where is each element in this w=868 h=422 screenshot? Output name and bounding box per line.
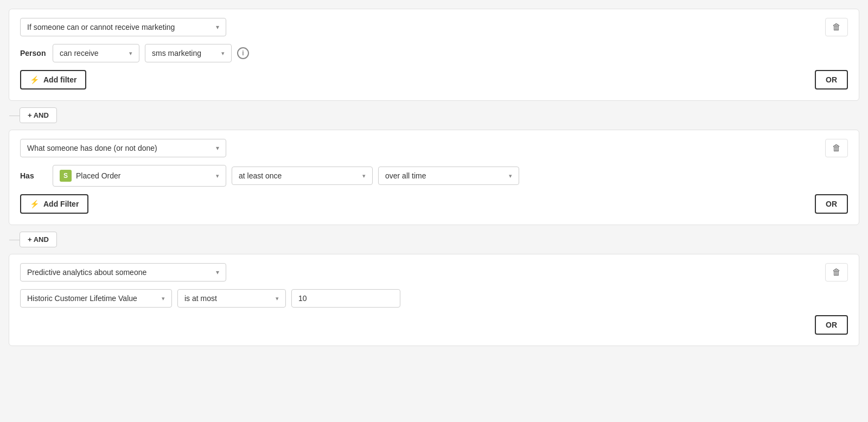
time-select[interactable]: over all time ▾ [378, 167, 519, 185]
or-label-2: OR [826, 200, 837, 208]
and-label-1: + AND [28, 111, 49, 119]
receive-select-chevron: ▾ [129, 50, 132, 57]
info-icon-1[interactable]: i [237, 47, 249, 59]
filter-block-2: What someone has done (or not done) ▾ 🗑 … [9, 130, 859, 225]
condition-select-chevron: ▾ [276, 295, 279, 302]
or-button-2[interactable]: OR [815, 194, 848, 214]
delete-button-2[interactable]: 🗑 [825, 139, 848, 157]
trash-icon-3: 🗑 [832, 267, 841, 277]
filter-type-chevron-2: ▾ [216, 144, 219, 152]
filter-type-chevron-1: ▾ [216, 23, 219, 31]
and-connector-1: + AND [9, 101, 859, 130]
action-select-chevron: ▾ [216, 172, 219, 180]
or-label-1: OR [826, 75, 837, 84]
condition-select-value: is at most [184, 294, 217, 303]
receive-select[interactable]: can receive ▾ [53, 44, 139, 62]
filter-block-1: If someone can or cannot receive marketi… [9, 9, 859, 101]
or-label-3: OR [826, 321, 837, 329]
metric-select[interactable]: Historic Customer Lifetime Value ▾ [20, 289, 172, 308]
filter-type-select-2[interactable]: What someone has done (or not done) ▾ [20, 139, 226, 157]
trash-icon-1: 🗑 [832, 22, 841, 31]
condition-select[interactable]: is at most ▾ [177, 289, 286, 308]
filter-row-3: Historic Customer Lifetime Value ▾ is at… [20, 289, 848, 308]
filter-block-1-header: If someone can or cannot receive marketi… [20, 18, 848, 36]
shopify-icon: S [60, 170, 72, 182]
filter-icon-2: ⚡ [30, 200, 39, 208]
frequency-select[interactable]: at least once ▾ [232, 167, 373, 185]
marketing-select[interactable]: sms marketing ▾ [145, 44, 232, 62]
or-button-1[interactable]: OR [815, 70, 848, 89]
and-button-1[interactable]: + AND [20, 107, 57, 123]
and-connector-2: + AND [9, 225, 859, 254]
add-filter-label-2: Add Filter [43, 200, 79, 208]
filter-type-select-1[interactable]: If someone can or cannot receive marketi… [20, 18, 226, 36]
filter-block-3-header: Predictive analytics about someone ▾ 🗑 [20, 263, 848, 282]
filter-footer-3: OR [20, 315, 848, 335]
marketing-select-value: sms marketing [152, 49, 201, 57]
add-filter-label-1: Add filter [43, 75, 76, 84]
filter-type-label-1: If someone can or cannot receive marketi… [27, 23, 175, 31]
action-select-value: Placed Order [76, 171, 120, 180]
filter-icon-1: ⚡ [30, 75, 39, 84]
filter-type-label-3: Predictive analytics about someone [27, 268, 146, 277]
marketing-select-chevron: ▾ [221, 50, 225, 57]
receive-select-value: can receive [60, 49, 99, 57]
person-label: Person [20, 49, 47, 57]
add-filter-button-1[interactable]: ⚡ Add filter [20, 70, 86, 89]
filter-row-1: Person can receive ▾ sms marketing ▾ i [20, 44, 848, 62]
and-label-2: + AND [28, 235, 49, 244]
filter-row-2: Has S Placed Order ▾ at least once ▾ ove… [20, 165, 848, 187]
delete-button-3[interactable]: 🗑 [825, 263, 848, 282]
and-button-2[interactable]: + AND [20, 232, 57, 247]
time-select-value: over all time [385, 171, 426, 180]
filter-footer-2: ⚡ Add Filter OR [20, 194, 848, 214]
filter-footer-1: ⚡ Add filter OR [20, 70, 848, 89]
trash-icon-2: 🗑 [832, 143, 841, 152]
filter-block-3: Predictive analytics about someone ▾ 🗑 H… [9, 254, 859, 346]
filter-type-select-3[interactable]: Predictive analytics about someone ▾ [20, 263, 226, 282]
frequency-select-value: at least once [239, 171, 282, 180]
delete-button-1[interactable]: 🗑 [825, 18, 848, 36]
filter-block-2-header: What someone has done (or not done) ▾ 🗑 [20, 139, 848, 157]
filter-type-label-2: What someone has done (or not done) [27, 144, 157, 152]
action-select[interactable]: S Placed Order ▾ [53, 165, 226, 187]
has-label: Has [20, 171, 47, 180]
metric-select-chevron: ▾ [162, 295, 165, 302]
or-button-3[interactable]: OR [815, 315, 848, 335]
value-input[interactable] [291, 289, 400, 308]
metric-select-value: Historic Customer Lifetime Value [27, 294, 137, 303]
time-select-chevron: ▾ [509, 172, 512, 180]
add-filter-button-2[interactable]: ⚡ Add Filter [20, 194, 88, 214]
filter-type-chevron-3: ▾ [216, 268, 219, 276]
frequency-select-chevron: ▾ [362, 172, 366, 180]
